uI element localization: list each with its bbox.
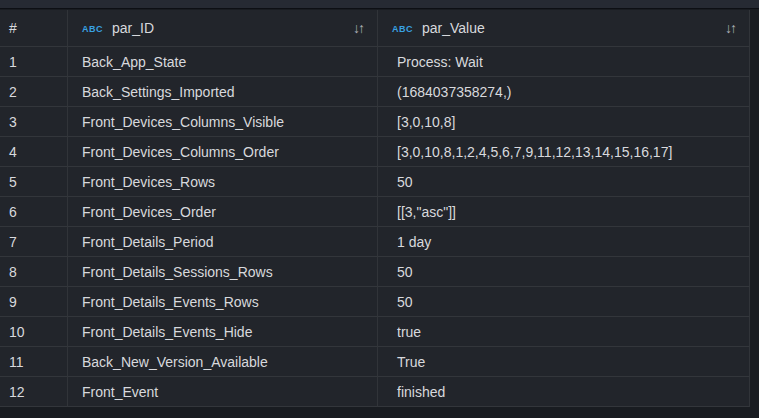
par-value-cell: Process: Wait bbox=[378, 47, 750, 77]
par-value-cell: 50 bbox=[378, 167, 750, 197]
table-row: 8 Front_Details_Sessions_Rows 50 bbox=[0, 257, 750, 287]
par-id-cell: Front_Devices_Rows bbox=[68, 167, 378, 197]
par-id-cell: Front_Details_Sessions_Rows bbox=[68, 257, 378, 287]
par-id-cell: Back_App_State bbox=[68, 47, 378, 77]
table-row: 4 Front_Devices_Columns_Order [3,0,10,8,… bbox=[0, 137, 750, 167]
table-header-row: # ABC par_ID ↓↑ ABC par_Value ↓↑ bbox=[0, 10, 750, 47]
par-id-cell: Front_Details_Period bbox=[68, 227, 378, 257]
par-value-cell: 1 day bbox=[378, 227, 750, 257]
par-value-cell: finished bbox=[378, 377, 750, 407]
row-number-cell: 9 bbox=[0, 287, 68, 317]
par-value-cell: [3,0,10,8,1,2,4,5,6,7,9,11,12,13,14,15,1… bbox=[378, 137, 750, 167]
table-row: 6 Front_Devices_Order [[3,"asc"]] bbox=[0, 197, 750, 227]
table-row: 2 Back_Settings_Imported (1684037358274,… bbox=[0, 77, 750, 107]
par-value-cell: True bbox=[378, 347, 750, 377]
panel-above-edge bbox=[0, 0, 759, 9]
row-number-cell: 1 bbox=[0, 47, 68, 77]
parameters-table: # ABC par_ID ↓↑ ABC par_Value ↓↑ 1 Back_… bbox=[0, 10, 750, 407]
par-value-cell: [3,0,10,8] bbox=[378, 107, 750, 137]
par-id-cell: Front_Details_Events_Hide bbox=[68, 317, 378, 347]
header-row-number: # bbox=[0, 10, 68, 47]
sort-icon[interactable]: ↓↑ bbox=[353, 20, 365, 36]
row-number-cell: 5 bbox=[0, 167, 68, 197]
header-label: par_Value bbox=[422, 20, 485, 36]
par-value-cell: true bbox=[378, 317, 750, 347]
par-id-cell: Front_Devices_Columns_Order bbox=[68, 137, 378, 167]
par-value-cell: 50 bbox=[378, 257, 750, 287]
table-row: 1 Back_App_State Process: Wait bbox=[0, 47, 750, 77]
row-number-cell: 11 bbox=[0, 347, 68, 377]
par-value-cell: 50 bbox=[378, 287, 750, 317]
row-number-cell: 3 bbox=[0, 107, 68, 137]
table-row: 12 Front_Event finished bbox=[0, 377, 750, 407]
header-label: # bbox=[9, 20, 17, 36]
table-row: 10 Front_Details_Events_Hide true bbox=[0, 317, 750, 347]
table-row: 7 Front_Details_Period 1 day bbox=[0, 227, 750, 257]
table-panel: # ABC par_ID ↓↑ ABC par_Value ↓↑ 1 Back_… bbox=[0, 0, 759, 418]
row-number-cell: 6 bbox=[0, 197, 68, 227]
par-id-cell: Back_Settings_Imported bbox=[68, 77, 378, 107]
row-number-cell: 7 bbox=[0, 227, 68, 257]
row-number-cell: 8 bbox=[0, 257, 68, 287]
table-row: 5 Front_Devices_Rows 50 bbox=[0, 167, 750, 197]
par-id-cell: Back_New_Version_Available bbox=[68, 347, 378, 377]
string-type-icon: ABC bbox=[82, 24, 103, 34]
table-row: 11 Back_New_Version_Available True bbox=[0, 347, 750, 377]
par-value-cell: [[3,"asc"]] bbox=[378, 197, 750, 227]
sort-icon[interactable]: ↓↑ bbox=[725, 20, 737, 36]
par-id-cell: Front_Devices_Columns_Visible bbox=[68, 107, 378, 137]
header-label: par_ID bbox=[112, 20, 154, 36]
par-value-cell: (1684037358274,) bbox=[378, 77, 750, 107]
table-row: 3 Front_Devices_Columns_Visible [3,0,10,… bbox=[0, 107, 750, 137]
string-type-icon: ABC bbox=[392, 24, 413, 34]
par-id-cell: Front_Details_Events_Rows bbox=[68, 287, 378, 317]
header-par-id[interactable]: ABC par_ID ↓↑ bbox=[68, 10, 378, 47]
row-number-cell: 12 bbox=[0, 377, 68, 407]
row-number-cell: 10 bbox=[0, 317, 68, 347]
par-id-cell: Front_Event bbox=[68, 377, 378, 407]
row-number-cell: 2 bbox=[0, 77, 68, 107]
header-par-value[interactable]: ABC par_Value ↓↑ bbox=[378, 10, 750, 47]
par-id-cell: Front_Devices_Order bbox=[68, 197, 378, 227]
row-number-cell: 4 bbox=[0, 137, 68, 167]
table-row: 9 Front_Details_Events_Rows 50 bbox=[0, 287, 750, 317]
